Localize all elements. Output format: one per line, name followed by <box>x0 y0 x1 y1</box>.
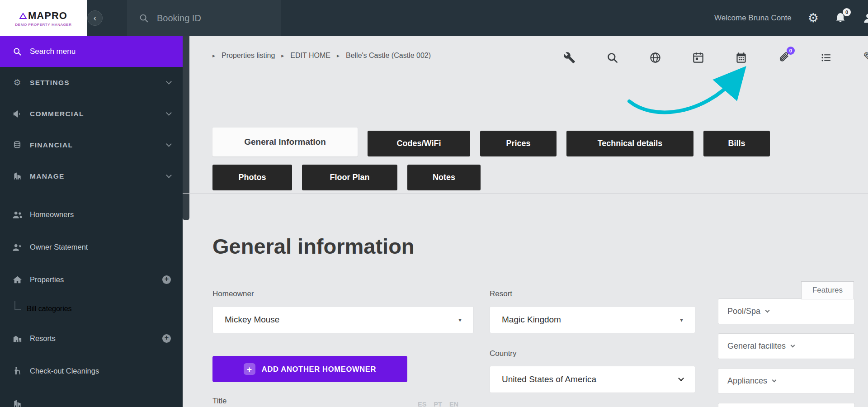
tab-prices[interactable]: Prices <box>480 131 557 156</box>
caret-down-icon: ▾ <box>680 316 683 323</box>
breadcrumb-edit-home[interactable]: EDIT HOME <box>290 52 330 60</box>
sidebar-item-partial[interactable] <box>0 387 183 407</box>
gear-icon[interactable]: ⚙ <box>808 12 819 24</box>
coins-icon <box>12 141 23 150</box>
scrollbar-thumb[interactable] <box>183 36 189 220</box>
property-tabs-row2: Photos Floor Plan Notes <box>212 165 481 190</box>
person-badge-icon <box>12 243 23 251</box>
feature-dropdown-general-facilities[interactable]: General facilites <box>718 333 855 359</box>
list-icon[interactable] <box>820 52 832 63</box>
sidebar-group-label: MANAGE <box>30 172 65 180</box>
globe-icon[interactable] <box>649 52 661 64</box>
sidebar-item-owner-statement[interactable]: Owner Statement <box>0 231 183 263</box>
feature-dropdown-appliances[interactable]: Appliances <box>718 368 855 394</box>
attachments-badge: 0 <box>787 47 795 55</box>
language-tabs: ES PT EN <box>418 401 458 407</box>
resort-label: Resort <box>490 289 512 298</box>
lang-tab-pt[interactable]: PT <box>434 401 442 407</box>
tab-technical-details[interactable]: Technical details <box>566 131 693 156</box>
feature-dropdown-label: Appliances <box>727 376 767 386</box>
building-icon <box>12 399 23 407</box>
feature-dropdown-pool-spa[interactable]: Pool/Spa <box>718 298 855 324</box>
sidebar-item-label: Search menu <box>30 47 75 56</box>
sidebar-group-financial[interactable]: FINANCIAL <box>0 129 183 161</box>
brand-row: MAPRO <box>19 10 67 22</box>
sidebar-item-label: Check-out Cleanings <box>30 367 99 375</box>
header-right: Welcome Bruna Conte ⚙ 0 <box>714 0 868 36</box>
tab-photos[interactable]: Photos <box>212 165 292 190</box>
welcome-text: Welcome Bruna Conte <box>714 14 792 23</box>
chevron-down-icon <box>166 79 172 85</box>
notifications-badge: 0 <box>843 8 851 16</box>
sidebar-spacer <box>0 192 183 198</box>
sidebar-item-homeowners[interactable]: Homeowners <box>0 198 183 231</box>
sidebar-item-label: Bill categories <box>27 305 72 313</box>
sidebar-group-settings[interactable]: ⚙ SETTINGS <box>0 67 183 98</box>
resort-select[interactable]: Magic Kingdom ▾ <box>490 306 695 333</box>
lang-tab-en[interactable]: EN <box>449 401 458 407</box>
sidebar-group-manage[interactable]: MANAGE <box>0 161 183 192</box>
plus-icon: + <box>244 363 255 375</box>
wrench-icon[interactable] <box>563 52 576 64</box>
tab-bills[interactable]: Bills <box>703 131 770 156</box>
pencil-icon[interactable]: ✎ <box>863 51 868 64</box>
sidebar: Search menu ⚙ SETTINGS COMMERCIAL FINANC… <box>0 36 183 407</box>
home-icon <box>12 275 23 284</box>
chevron-down-icon <box>765 308 770 313</box>
tab-floor-plan[interactable]: Floor Plan <box>302 165 397 190</box>
lang-tab-es[interactable]: ES <box>418 401 426 407</box>
search-icon[interactable] <box>606 52 618 64</box>
sidebar-item-label: Homeowners <box>30 210 74 219</box>
sidebar-item-checkout-cleanings[interactable]: Check-out Cleanings <box>0 355 183 387</box>
add-another-homeowner-button[interactable]: + ADD ANOTHER HOMEOWNER <box>212 356 407 382</box>
tree-connector <box>14 301 21 310</box>
sidebar-item-properties[interactable]: Properties + <box>0 263 183 296</box>
tab-notes[interactable]: Notes <box>407 165 481 190</box>
feature-dropdown-label: Pool/Spa <box>727 307 760 316</box>
title-label: Title <box>212 397 227 406</box>
breadcrumb-current: Belle's Castle (Castle 002) <box>346 52 431 60</box>
add-resort-button[interactable]: + <box>162 334 171 343</box>
booking-search-input[interactable]: Booking ID <box>127 0 281 36</box>
tab-general-information[interactable]: General information <box>212 128 358 156</box>
sidebar-group-label: COMMERCIAL <box>30 110 84 118</box>
chevron-left-icon: ‹ <box>94 13 97 22</box>
chevron-down-icon <box>791 343 795 348</box>
chevron-down-icon <box>166 141 172 147</box>
sidebar-item-bill-categories[interactable]: Bill categories <box>0 296 183 322</box>
features-legend: Features <box>801 281 854 299</box>
add-property-button[interactable]: + <box>162 275 171 284</box>
homeowner-select[interactable]: Mickey Mouse ▾ <box>212 306 474 333</box>
booking-search-placeholder: Booking ID <box>157 13 201 24</box>
calendar-day-icon[interactable] <box>692 52 704 64</box>
calendar-month-icon[interactable] <box>735 52 747 64</box>
app-root: MAPRO DEMO PROPERTY MANAGER ‹ Booking ID… <box>0 0 868 407</box>
annotation-arrow <box>626 66 748 129</box>
person-icon[interactable] <box>862 12 868 24</box>
caret-down-icon: ▾ <box>458 316 462 323</box>
property-tabs-row1: General information Codes/WiFi Prices Te… <box>212 128 770 156</box>
sidebar-item-resorts[interactable]: Resorts + <box>0 322 183 355</box>
sidebar-item-label: Owner Statement <box>30 243 88 251</box>
sidebar-item-label: Resorts <box>30 334 56 343</box>
tabs-divider <box>183 193 868 194</box>
country-select[interactable]: United States of America <box>490 366 695 393</box>
top-header: MAPRO DEMO PROPERTY MANAGER ‹ Booking ID… <box>0 0 868 36</box>
paperclip-icon[interactable]: 0 <box>778 52 789 64</box>
tab-codes-wifi[interactable]: Codes/WiFi <box>368 131 470 156</box>
brand-name: MAPRO <box>28 10 67 22</box>
breadcrumb-properties-listing[interactable]: Properties listing <box>222 52 275 60</box>
app-logo: MAPRO DEMO PROPERTY MANAGER <box>0 0 87 36</box>
add-another-homeowner-label: ADD ANOTHER HOMEOWNER <box>262 365 376 374</box>
brand-tagline: DEMO PROPERTY MANAGER <box>15 23 71 27</box>
sidebar-item-search-menu[interactable]: Search menu <box>0 36 183 67</box>
chevron-down-icon <box>772 378 777 383</box>
sidebar-group-commercial[interactable]: COMMERCIAL <box>0 98 183 129</box>
logo-triangle-icon <box>19 13 27 19</box>
notifications-button[interactable]: 0 <box>835 12 846 24</box>
sidebar-collapse-button[interactable]: ‹ <box>87 10 103 26</box>
breadcrumb-arrow-icon: ▸ <box>212 52 215 59</box>
feature-dropdown-partial[interactable] <box>718 403 855 407</box>
page-title: General information <box>212 233 415 260</box>
megaphone-icon <box>12 110 23 118</box>
